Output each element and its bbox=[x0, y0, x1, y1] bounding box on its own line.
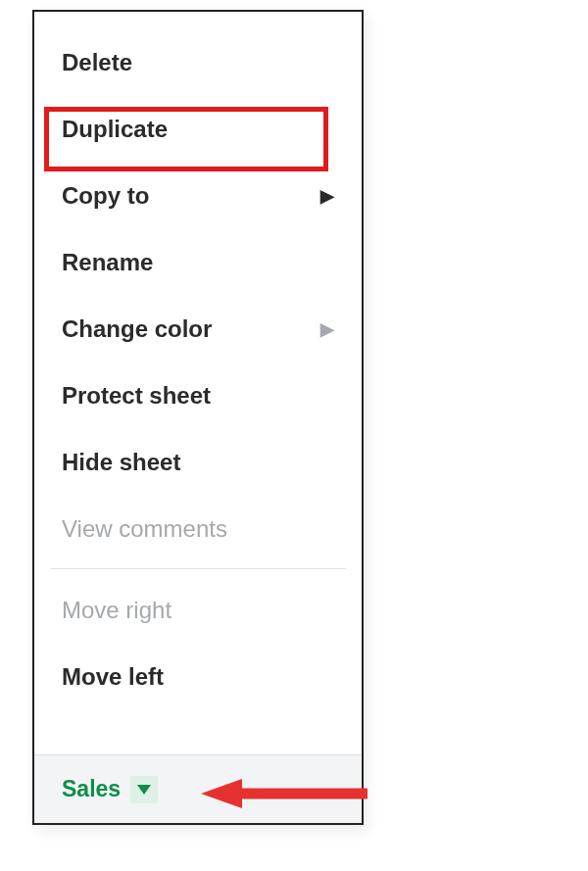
sheet-tab-dropdown-button[interactable] bbox=[130, 776, 158, 803]
menu-item-move-right: Move right bbox=[34, 577, 362, 644]
menu-item-duplicate[interactable]: Duplicate bbox=[34, 96, 362, 163]
menu-divider bbox=[50, 568, 346, 569]
menu-item-label: Hide sheet bbox=[62, 449, 180, 476]
svg-marker-0 bbox=[137, 785, 151, 795]
menu-item-view-comments: View comments bbox=[34, 496, 362, 562]
menu-item-label: Rename bbox=[62, 249, 153, 276]
sheet-tab-sales[interactable]: Sales bbox=[48, 764, 172, 815]
menu-item-rename[interactable]: Rename bbox=[34, 229, 362, 296]
menu-item-label: Protect sheet bbox=[62, 382, 211, 410]
menu-item-hide-sheet[interactable]: Hide sheet bbox=[34, 429, 362, 496]
menu-item-protect-sheet[interactable]: Protect sheet bbox=[34, 363, 362, 429]
menu-item-label: Move right bbox=[62, 597, 172, 624]
menu-item-copy-to[interactable]: Copy to ▶ bbox=[34, 163, 362, 229]
sheet-tab-bar: Sales bbox=[34, 754, 362, 823]
svg-marker-2 bbox=[201, 779, 242, 808]
sheet-tab-label: Sales bbox=[62, 776, 121, 802]
annotation-arrow-icon bbox=[201, 777, 368, 810]
menu-item-label: Duplicate bbox=[62, 116, 168, 143]
sheet-context-menu: Delete Duplicate Copy to ▶ Rename Change… bbox=[34, 12, 362, 754]
caret-down-icon bbox=[137, 785, 151, 795]
sheet-context-panel: Delete Duplicate Copy to ▶ Rename Change… bbox=[32, 10, 364, 825]
chevron-right-icon: ▶ bbox=[320, 318, 334, 340]
menu-item-label: Change color bbox=[62, 315, 212, 343]
menu-item-move-left[interactable]: Move left bbox=[34, 644, 362, 710]
menu-item-label: View comments bbox=[62, 515, 227, 543]
menu-item-label: Delete bbox=[62, 49, 132, 76]
chevron-right-icon: ▶ bbox=[320, 185, 334, 207]
menu-item-change-color[interactable]: Change color ▶ bbox=[34, 296, 362, 363]
menu-item-delete[interactable]: Delete bbox=[34, 29, 362, 96]
menu-item-label: Copy to bbox=[62, 182, 149, 210]
menu-item-label: Move left bbox=[62, 663, 164, 691]
